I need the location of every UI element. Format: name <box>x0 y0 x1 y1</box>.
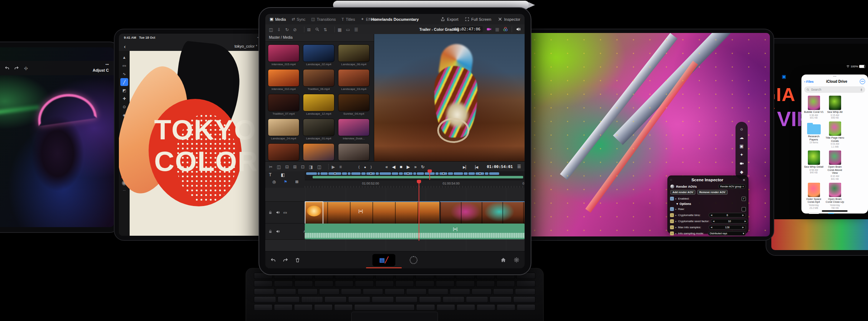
stepper-increment-icon[interactable]: ► <box>744 220 747 223</box>
key[interactable] <box>254 281 273 287</box>
tool-more-icon[interactable]: ... <box>119 188 130 191</box>
audio-icon[interactable] <box>516 27 521 32</box>
sync-clips-icon[interactable]: ↻ <box>285 27 289 32</box>
file-item[interactable]: Open Brain Coral Close-UpYesterday780 KB <box>825 183 845 210</box>
overview-clip-segment[interactable] <box>439 172 447 175</box>
checkbox[interactable] <box>742 207 746 211</box>
poster-photos-icon[interactable]: ▣ <box>782 74 786 79</box>
move-tool[interactable]: ▲ <box>120 53 128 61</box>
key[interactable] <box>517 304 535 311</box>
overview-clip-segment[interactable] <box>348 172 351 175</box>
timeline-ruler[interactable]: 01:00:52:00 01:00:54:00 01:00:56:00 <box>305 180 525 188</box>
video-clip-dancer[interactable] <box>440 201 525 224</box>
export-button[interactable]: Export <box>440 17 458 21</box>
color-page-button[interactable] <box>410 256 418 264</box>
media-icon[interactable]: ▣ <box>738 143 745 150</box>
key[interactable] <box>254 296 276 303</box>
match-left-icon[interactable]: ⟨ <box>358 165 360 169</box>
skip-forward-icon[interactable]: » <box>414 164 417 169</box>
enable-video-icon[interactable]: ▭ <box>283 210 287 215</box>
undo-icon[interactable] <box>5 66 10 71</box>
transform-tool[interactable]: ▭ <box>120 62 128 70</box>
file-item[interactable]: Lecture Series Class 2Yesterday41 KB <box>804 211 824 214</box>
clip-order-icon[interactable]: ◧ <box>281 172 285 177</box>
sidebar-icon[interactable]: ◫ <box>269 27 273 32</box>
stepper-decrement-icon[interactable]: ◄ <box>710 214 713 217</box>
key[interactable] <box>298 288 318 295</box>
back-chevron[interactable]: ‹ <box>124 43 126 49</box>
expand-caret-icon[interactable]: ▸ <box>675 197 677 200</box>
tab-effects[interactable]: ✦Effects <box>361 17 378 21</box>
add-track-icon[interactable]: ⊞ <box>295 179 298 184</box>
loop-icon[interactable]: ↻ <box>421 164 424 169</box>
overview-clip-segment[interactable] <box>328 172 341 175</box>
media-clip[interactable]: Sunrise_04.mp4 <box>338 143 370 161</box>
compare-icon[interactable]: ‹|› <box>24 66 28 70</box>
lock-icon[interactable] <box>268 210 273 215</box>
key[interactable] <box>415 281 434 287</box>
overwrite-icon[interactable]: ⊞ <box>293 164 296 169</box>
file-item[interactable]: Sea Whip Alt9:15 AM506 KB <box>825 96 845 119</box>
media-clip[interactable]: Landscape_03.mp4 <box>338 69 370 91</box>
center-playhead-icon[interactable]: ● <box>364 165 366 169</box>
key[interactable] <box>513 296 535 303</box>
import-media-icon[interactable]: ⇩ <box>277 27 281 32</box>
mic-icon[interactable] <box>860 88 863 91</box>
key[interactable] <box>335 281 353 287</box>
media-clip[interactable]: Interview_015.mp4 <box>268 44 299 66</box>
text-tool-icon[interactable]: T <box>269 172 271 177</box>
add-render-aov-button[interactable]: Add render AOV <box>670 190 695 195</box>
viewer-title[interactable]: Trailer - Color Grading ˅ <box>419 27 462 32</box>
overview-clip-segment[interactable] <box>366 172 375 175</box>
expand-caret-icon[interactable]: ▸ <box>675 220 677 223</box>
trim-marker-icon[interactable]: [••] <box>358 209 363 213</box>
doc-title[interactable]: tokyo_color * <box>235 44 257 48</box>
expand-caret-icon[interactable]: ▸ <box>675 208 677 211</box>
file-item[interactable]: Research Papers19 items <box>804 121 824 144</box>
razor-icon[interactable]: ✂ <box>269 164 273 169</box>
search-icon[interactable] <box>315 27 319 32</box>
mute-icon[interactable] <box>276 229 280 234</box>
overview-playhead[interactable] <box>429 169 430 180</box>
key[interactable] <box>294 304 313 311</box>
key[interactable] <box>319 288 339 295</box>
inspector-button[interactable]: Inspector <box>498 17 520 21</box>
overview-clip-segment[interactable] <box>435 172 439 175</box>
skip-back-icon[interactable]: « <box>385 164 388 169</box>
media-clip[interactable]: Landscape_01.mp4 <box>303 119 334 140</box>
key[interactable] <box>456 281 474 287</box>
key[interactable] <box>301 296 323 303</box>
key[interactable] <box>254 304 273 311</box>
key[interactable] <box>515 288 535 295</box>
media-clip[interactable]: Landscape_12.mp4 <box>303 94 334 115</box>
key[interactable] <box>355 281 373 287</box>
media-clip[interactable]: Landscape_24.mp4 <box>268 119 299 140</box>
stop-icon[interactable]: ■ <box>400 164 402 169</box>
key[interactable] <box>395 281 414 287</box>
media-clip[interactable]: Interview_Dusk... <box>338 119 370 140</box>
key[interactable] <box>416 304 435 311</box>
overview-clip-segment[interactable] <box>392 172 398 175</box>
cut-page-button[interactable]: ▤╱ <box>372 254 395 266</box>
design-canvas[interactable]: TOKYO COLOR <box>130 51 266 236</box>
insert-icon[interactable]: ⊟ <box>285 164 289 169</box>
key[interactable] <box>372 296 394 303</box>
transition-icon[interactable]: ◫ <box>317 164 321 169</box>
play-icon[interactable]: ▶ <box>407 164 410 169</box>
key[interactable] <box>294 281 313 287</box>
media-clip[interactable]: Tradition_07.mp4 <box>268 94 299 115</box>
heal-tool[interactable]: ✚ <box>120 95 128 102</box>
key[interactable] <box>278 296 300 303</box>
adjust-label[interactable]: Adjust C <box>93 68 109 72</box>
overview-clip-segment[interactable] <box>318 172 320 175</box>
files-back-button[interactable]: ‹ Files <box>804 80 814 83</box>
timeline-menu-icon[interactable]: ☰ <box>517 164 521 169</box>
lock-icon[interactable] <box>268 229 273 234</box>
effects-icon[interactable]: ✦ <box>738 151 745 158</box>
play-to-end-icon[interactable]: ▶▏ <box>463 165 468 169</box>
keyboard-keys[interactable] <box>254 273 535 312</box>
unlink-icon[interactable]: ⊘ <box>293 27 296 32</box>
mute-icon[interactable] <box>276 210 280 215</box>
key[interactable] <box>476 281 495 287</box>
clip-play-icon[interactable]: ▶ <box>332 164 335 169</box>
